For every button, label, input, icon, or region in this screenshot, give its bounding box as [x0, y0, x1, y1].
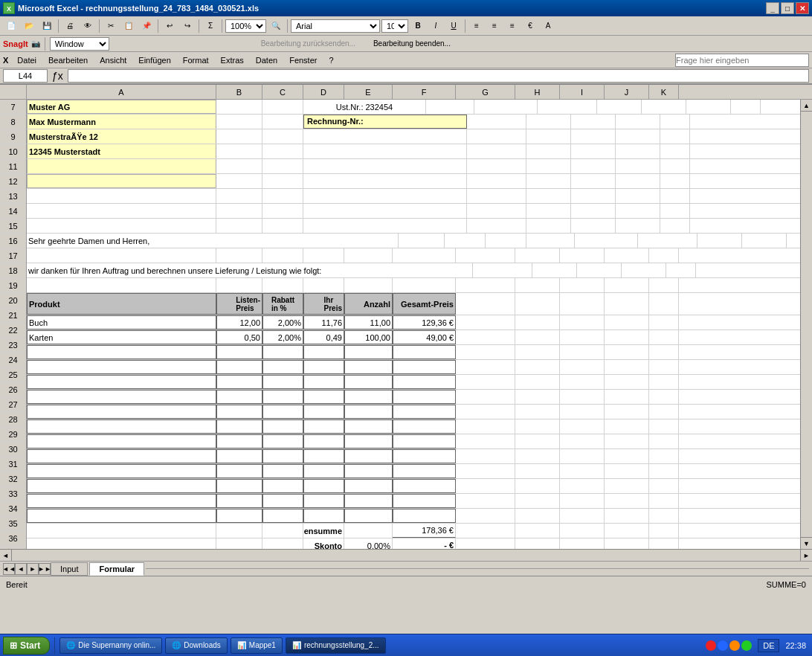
cell-h15[interactable] [526, 219, 571, 233]
cell-C28[interactable] [262, 419, 303, 434]
cell-J30[interactable] [605, 449, 649, 463]
cell-a12[interactable] [27, 174, 216, 188]
cell-I33[interactable] [560, 494, 605, 508]
col-header-h[interactable]: H [515, 85, 560, 99]
cell-h17[interactable] [515, 248, 560, 263]
cell-d16[interactable] [486, 234, 526, 248]
cell-I30[interactable] [560, 449, 605, 463]
cell-H29[interactable] [515, 434, 560, 448]
cell-B29[interactable] [216, 434, 262, 448]
scroll-down-button[interactable]: ▼ [801, 537, 812, 549]
cell-c11[interactable] [262, 159, 303, 173]
cell-j17[interactable] [605, 248, 649, 263]
cell-K32[interactable] [649, 479, 679, 493]
cell-I26[interactable] [560, 390, 605, 404]
cell-g11[interactable] [467, 159, 526, 173]
cell-C29[interactable] [262, 434, 303, 448]
cell-k17[interactable] [649, 248, 679, 263]
cell-d19[interactable] [303, 278, 344, 292]
cell-e36[interactable]: 0,00% [344, 538, 393, 549]
cell-k12[interactable] [660, 174, 690, 188]
cell-K34[interactable] [649, 509, 679, 523]
cell-c9[interactable] [262, 129, 303, 144]
cell-h13[interactable] [526, 189, 571, 203]
cell-k7[interactable] [731, 100, 761, 114]
tab-scroll-prev[interactable]: ◄ [15, 563, 27, 575]
cell-I32[interactable] [560, 479, 605, 493]
cell-de10[interactable] [303, 144, 467, 158]
cell-i22[interactable] [560, 330, 605, 344]
row-36[interactable]: 36 [0, 531, 26, 546]
cell-h35[interactable] [515, 524, 560, 538]
cell-A34[interactable] [27, 509, 216, 523]
cell-A32[interactable] [27, 479, 216, 493]
tab-scroll-right[interactable]: ►► [39, 563, 51, 575]
row-13[interactable]: 13 [0, 189, 26, 204]
cell-a7[interactable]: Muster AG [27, 100, 216, 114]
cell-k14[interactable] [660, 204, 690, 218]
cell-I28[interactable] [560, 419, 605, 434]
new-button[interactable]: 📄 [3, 19, 19, 33]
cell-h7[interactable] [597, 100, 642, 114]
cell-h9[interactable] [526, 129, 571, 144]
cell-I29[interactable] [560, 434, 605, 448]
cell-k15[interactable] [660, 219, 690, 233]
row-26[interactable]: 26 [0, 382, 26, 397]
cell-g13[interactable] [467, 189, 526, 203]
cell-i14[interactable] [571, 204, 616, 218]
row-32[interactable]: 32 [0, 472, 26, 486]
cell-g20[interactable] [456, 293, 515, 315]
col-header-c[interactable]: C [262, 85, 303, 99]
col-header-f[interactable]: F [393, 85, 456, 99]
row-15[interactable]: 15 [0, 219, 26, 234]
cell-C27[interactable] [262, 405, 303, 419]
row-18[interactable]: 18 [0, 263, 26, 278]
cell-H34[interactable] [515, 509, 560, 523]
cell-k21[interactable] [649, 315, 679, 329]
cell-j11[interactable] [616, 159, 660, 173]
cell-j21[interactable] [605, 315, 649, 329]
cell-E24[interactable] [344, 360, 393, 374]
cell-a21[interactable]: Buch [27, 315, 216, 329]
cell-g9[interactable] [467, 129, 526, 144]
cell-de9[interactable] [303, 129, 467, 144]
cell-J28[interactable] [605, 419, 649, 434]
cell-a22[interactable]: Karten [27, 330, 216, 344]
cell-E29[interactable] [344, 434, 393, 448]
taskbar-item-supernanny[interactable]: 🌐 Die Supernanny onlin... [59, 637, 162, 654]
cell-G31[interactable] [456, 464, 515, 478]
cell-h10[interactable] [526, 144, 571, 158]
cell-E28[interactable] [344, 419, 393, 434]
cell-E26[interactable] [344, 390, 393, 404]
cell-i13[interactable] [571, 189, 616, 203]
cell-F28[interactable] [393, 419, 456, 434]
zoom-icon[interactable]: 🔍 [268, 19, 284, 33]
cell-g15[interactable] [467, 219, 526, 233]
cell-h36[interactable] [515, 538, 560, 549]
row-31[interactable]: 31 [0, 457, 26, 472]
tab-input[interactable]: Input [51, 562, 88, 576]
cell-g8[interactable] [467, 115, 526, 129]
cell-A29[interactable] [27, 434, 216, 448]
cell-i7[interactable] [642, 100, 686, 114]
cell-A33[interactable] [27, 494, 216, 508]
cell-g22[interactable] [456, 330, 515, 344]
cell-g14[interactable] [467, 204, 526, 218]
currency-button[interactable]: € [522, 19, 538, 33]
cell-k19[interactable] [649, 278, 679, 292]
cell-b15[interactable] [216, 219, 262, 233]
cell-i19[interactable] [560, 278, 605, 292]
cell-de12[interactable] [303, 174, 467, 188]
cell-b9[interactable] [216, 129, 262, 144]
cell-J26[interactable] [605, 390, 649, 404]
cell-K31[interactable] [649, 464, 679, 478]
open-button[interactable]: 📂 [21, 19, 37, 33]
align-left-button[interactable]: ≡ [468, 19, 485, 33]
cell-D25[interactable] [303, 375, 344, 389]
cell-b11[interactable] [216, 159, 262, 173]
cell-e20[interactable]: Anzahl [344, 293, 393, 315]
row-16[interactable]: 16 [0, 234, 26, 248]
row-7[interactable]: 7 [0, 100, 26, 115]
cell-j13[interactable] [616, 189, 660, 203]
cell-K29[interactable] [649, 434, 679, 448]
